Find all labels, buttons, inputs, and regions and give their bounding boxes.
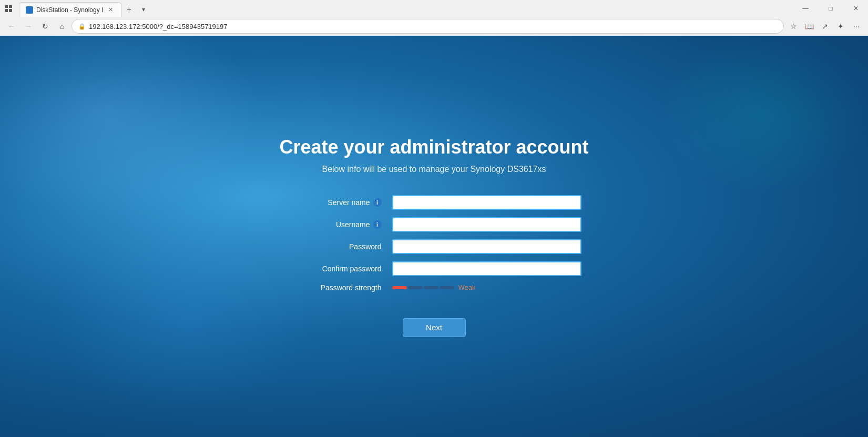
server-name-input[interactable]	[392, 195, 581, 210]
strength-segment-3	[424, 286, 438, 289]
username-info-icon[interactable]: i	[373, 220, 382, 229]
minimize-button[interactable]: —	[793, 0, 818, 17]
more-button[interactable]: ···	[849, 19, 864, 34]
server-name-label: Server name i	[287, 198, 392, 207]
home-button[interactable]: ⌂	[55, 19, 69, 34]
form-container: Server name i Username i Password Confir…	[287, 195, 581, 292]
hub-button[interactable]: ✦	[833, 19, 848, 34]
password-label: Password	[287, 242, 392, 251]
browser-toolbar: ← → ↻ ⌂ 🔒 192.168.123.172:5000/?_dc=1589…	[0, 17, 868, 36]
username-label: Username i	[287, 220, 392, 229]
new-tab-button[interactable]: +	[121, 2, 136, 17]
strength-bars	[392, 286, 454, 289]
back-button[interactable]: ←	[4, 19, 19, 34]
confirm-password-label: Confirm password	[287, 265, 392, 273]
password-row: Password	[287, 239, 581, 254]
strength-text: Weak	[458, 283, 476, 291]
strength-segment-2	[408, 286, 423, 289]
lock-icon: 🔒	[78, 23, 86, 30]
password-strength-row: Password strength Weak	[287, 283, 581, 292]
url-text: 192.168.123.172:5000/?_dc=1589435719197	[89, 23, 777, 31]
server-name-row: Server name i	[287, 195, 581, 210]
username-row: Username i	[287, 217, 581, 232]
main-content: Create your administrator account Below …	[0, 36, 868, 437]
tab-list-button[interactable]: ▾	[136, 2, 151, 17]
address-bar[interactable]: 🔒 192.168.123.172:5000/?_dc=158943571919…	[72, 19, 784, 34]
close-button[interactable]: ✕	[844, 0, 868, 17]
window-controls-left	[0, 4, 17, 13]
password-input[interactable]	[392, 239, 581, 254]
page-subtitle: Below info will be used to manage your S…	[322, 165, 546, 174]
strength-bar-container: Weak	[392, 283, 581, 291]
toolbar-actions: ☆ 📖 ↗ ✦ ···	[786, 19, 864, 34]
strength-segment-1	[392, 286, 407, 289]
username-input[interactable]	[392, 217, 581, 232]
confirm-password-row: Confirm password	[287, 261, 581, 276]
window-controls-right: — □ ✕	[793, 0, 868, 17]
share-button[interactable]: ↗	[818, 19, 832, 34]
svg-rect-0	[5, 5, 8, 8]
active-tab[interactable]: DiskStation - Synology I ✕	[19, 2, 121, 17]
read-view-button[interactable]: 📖	[802, 19, 816, 34]
svg-rect-1	[9, 5, 12, 8]
server-name-info-icon[interactable]: i	[373, 198, 382, 207]
window-icon	[4, 4, 13, 13]
favorites-button[interactable]: ☆	[786, 19, 801, 34]
confirm-password-input[interactable]	[392, 261, 581, 276]
password-strength-label: Password strength	[287, 283, 392, 292]
next-button[interactable]: Next	[403, 318, 466, 337]
title-bar: DiskStation - Synology I ✕ + ▾ — □ ✕	[0, 0, 868, 17]
page-title: Create your administrator account	[279, 136, 588, 158]
strength-segment-4	[440, 286, 454, 289]
tab-close-button[interactable]: ✕	[106, 6, 115, 14]
forward-button[interactable]: →	[21, 19, 36, 34]
maximize-button[interactable]: □	[819, 0, 843, 17]
svg-rect-3	[9, 9, 12, 12]
tab-favicon	[26, 6, 33, 14]
tab-title: DiskStation - Synology I	[36, 6, 103, 14]
browser-chrome: DiskStation - Synology I ✕ + ▾ — □ ✕ ← →…	[0, 0, 868, 36]
svg-rect-2	[5, 9, 8, 12]
refresh-button[interactable]: ↻	[38, 19, 53, 34]
next-button-container: Next	[403, 318, 466, 337]
